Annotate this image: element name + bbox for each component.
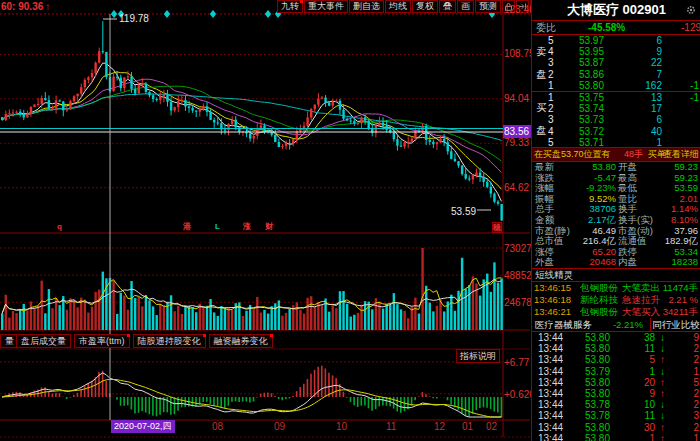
macd-tick-0: +6.77 <box>504 357 529 368</box>
order-row[interactable]: 353.736 <box>532 114 700 125</box>
tick-price: 53.78 <box>585 399 610 410</box>
tick-time: 13:44 <box>538 343 563 354</box>
order-price: 53.97 <box>579 35 604 46</box>
toolbar-button-7[interactable]: 画 <box>457 0 474 13</box>
order-row[interactable]: 553.711 <box>532 137 700 148</box>
order-volume: 6 <box>656 114 662 125</box>
stats-row: 外盘20468内盘18238 <box>532 257 700 268</box>
tab-4[interactable]: 融资融券变化 <box>209 334 273 348</box>
order-volume: 1 <box>656 137 662 148</box>
order-delta: -1 <box>690 80 699 91</box>
event-badge-财: 财 <box>265 222 273 231</box>
stat-label: 最新 <box>535 162 554 173</box>
tick-volume: 9 <box>649 388 655 399</box>
tick-row: 13:4453.791↓1 <box>532 366 700 377</box>
order-price: 53.75 <box>579 92 604 103</box>
tick-row: 13:4453.8011↓2 <box>532 343 700 354</box>
order-price: 53.74 <box>579 103 604 114</box>
indicator-help-button[interactable]: 指标说明 <box>456 349 500 363</box>
view-detail-link[interactable]: 查看详细 <box>663 148 699 161</box>
stock-title: 大博医疗 002901 <box>532 0 700 21</box>
order-row[interactable]: 453.959 <box>532 46 700 57</box>
industry-compare-button[interactable]: 同行业比较 <box>650 318 700 331</box>
alert-quantity: 34211手 <box>663 306 698 318</box>
order-row[interactable]: 553.976 <box>532 35 700 46</box>
short-term-elf-header[interactable]: 短线精灵 <box>532 269 700 282</box>
tick-volume: 20 <box>644 377 655 388</box>
toolbar-button-4[interactable]: 均线 <box>385 0 411 13</box>
tab-3[interactable]: 陆股通持股变化 <box>133 334 206 348</box>
tick-row: 13:4453.8020↑5 <box>532 377 700 388</box>
alert-row[interactable]: 13:46:18新纶科技急速拉升2.21 % <box>532 294 700 306</box>
tick-volume: 1 <box>649 366 655 377</box>
order-row[interactable]: 153.80162-1 <box>532 80 700 92</box>
price-axis-max-label: 123.46 <box>504 4 535 15</box>
order-row[interactable]: 253.7417 <box>532 103 700 114</box>
alert-time: 13:46:18 <box>534 294 571 306</box>
up-arrow-icon: ↑ <box>45 1 50 12</box>
order-level: 5 <box>548 137 554 148</box>
order-volume: 22 <box>651 57 662 68</box>
order-price: 53.73 <box>579 114 604 125</box>
tick-volume: 11 <box>645 343 655 354</box>
order-notice-bar: 在买盘53.70位置有 48手 买单! 查看详细 <box>532 148 700 162</box>
crosshair-date-label: 2020-07-02,四 <box>111 420 175 433</box>
price-tick-2: 79.33 <box>504 137 529 148</box>
order-level: 1 <box>548 92 554 103</box>
tick-row: 13:4453.809↑2 <box>532 388 700 399</box>
quote-panel: 大博医疗 002901 委比 -45.58% -129 553.976453.9… <box>531 0 700 441</box>
tick-volume: 5 <box>649 354 655 365</box>
tick-volume: 10 <box>644 399 655 410</box>
ma60-legend-text: 60: 90.36 <box>1 1 43 12</box>
order-book: 553.976453.959353.8722253.867153.80162-1… <box>532 35 700 148</box>
tick-price: 53.80 <box>585 354 610 365</box>
toolbar-button-5[interactable]: 复权 <box>412 0 438 13</box>
price-tick-0: 108.75 <box>504 48 535 59</box>
tick-count: 3 <box>693 410 699 421</box>
toolbar-button-3[interactable]: 删自选 <box>349 0 384 13</box>
indicator-tabs: 盘后成交量市盈率(ttm)陆股通持股变化融资融券变化 <box>16 334 273 348</box>
tick-volume: 11 <box>645 410 655 421</box>
tab-1[interactable]: 盘后成交量 <box>16 334 71 348</box>
tick-count: 2 <box>693 354 699 365</box>
tick-volume: 1 <box>649 433 655 441</box>
alert-row[interactable]: 13:46:21包钢股份大笔买入34211手 <box>532 306 700 318</box>
buy-side-label: 买 <box>536 101 547 115</box>
event-badge-q: q <box>57 222 62 231</box>
kline-chart[interactable] <box>0 0 531 441</box>
industry-name: 医疗器械服务 <box>535 318 592 331</box>
down-arrow-icon: ↓ <box>660 399 665 410</box>
stat-label: 开盘 <box>618 162 637 173</box>
order-row[interactable]: 353.8722 <box>532 57 700 68</box>
alert-action: 大笔买入 <box>622 306 660 318</box>
gear-icon[interactable] <box>685 4 697 16</box>
toolbar-button-8[interactable]: 预测 <box>475 0 501 13</box>
order-row[interactable]: 453.7240 <box>532 126 700 137</box>
stat-label: 外盘 <box>535 257 554 268</box>
order-level: 1 <box>548 80 554 91</box>
toolbar-button-2[interactable]: 重大事件 <box>304 0 348 13</box>
weibi-label: 委比 <box>536 21 556 34</box>
order-level: 5 <box>548 35 554 46</box>
tick-row: 13:4453.7810↓2 <box>532 399 700 410</box>
tick-price: 53.80 <box>585 433 610 441</box>
toolbar-button-6[interactable]: 叠 <box>439 0 456 13</box>
tick-count: 1 <box>693 433 699 441</box>
order-level: 3 <box>548 114 554 125</box>
toolbar-button-1[interactable]: 九转 <box>277 0 303 13</box>
order-row[interactable]: 253.867 <box>532 69 700 80</box>
order-row[interactable]: 153.7513-1 <box>532 92 700 103</box>
order-volume: 6 <box>656 35 662 46</box>
sell-side-label: 卖 <box>536 45 547 59</box>
tick-price: 53.78 <box>585 410 610 421</box>
tab-2[interactable]: 市盈率(ttm) <box>74 334 130 348</box>
tick-row: 13:4453.805↑2 <box>532 354 700 365</box>
tick-count: 1 <box>693 366 699 377</box>
stats-row: 涨幅-9.23%最低53.59 <box>532 183 700 194</box>
alert-stock-name: 包钢股份 <box>580 306 618 318</box>
alert-row[interactable]: 13:46:15包钢股份大笔卖出11474手 <box>532 282 700 294</box>
sell-side-label: 盘 <box>536 68 547 82</box>
stock-trading-terminal: 60: 90.36↑ 九转重大事件删自选均线复权叠画预测▼ 123.46 108… <box>0 0 700 441</box>
tick-count: 5 <box>693 377 699 388</box>
price-tick-1: 94.04 <box>504 93 529 104</box>
